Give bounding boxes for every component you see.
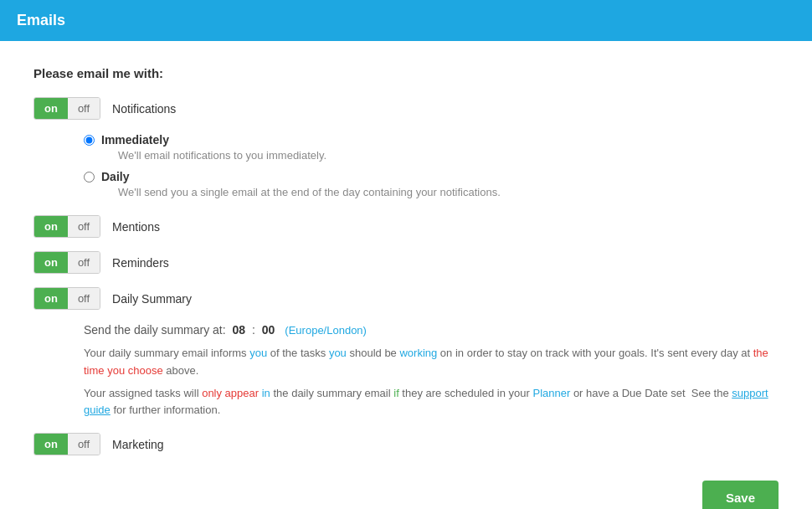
daily-summary-on-button[interactable]: on	[34, 288, 68, 309]
daily-radio-item: Daily We'll send you a single email at t…	[84, 170, 779, 198]
mentions-on-button[interactable]: on	[34, 216, 68, 237]
marketing-toggle[interactable]: on off	[33, 433, 100, 455]
daily-summary-info: Send the daily summary at: 08 : 00 (Euro…	[84, 323, 779, 419]
immediately-desc: We'll email notifications to you immedia…	[118, 149, 326, 162]
marketing-row: on off Marketing	[33, 433, 779, 455]
highlight-working: working	[399, 347, 437, 359]
mentions-off-button[interactable]: off	[68, 216, 100, 237]
page-title: Emails	[17, 12, 65, 28]
mentions-label: Mentions	[112, 220, 160, 234]
daily-summary-info-text: Your daily summary email informs you of …	[84, 345, 779, 419]
mentions-toggle[interactable]: on off	[33, 215, 100, 238]
info-paragraph-2: Your assigned tasks will only appear in …	[84, 385, 779, 420]
daily-summary-off-button[interactable]: off	[68, 288, 100, 309]
send-time-row: Send the daily summary at: 08 : 00 (Euro…	[84, 323, 779, 337]
highlight-in: in	[262, 387, 270, 399]
daily-radio[interactable]	[84, 172, 95, 183]
notifications-on-button[interactable]: on	[34, 98, 68, 119]
daily-label: Daily	[101, 170, 501, 183]
time-separator: :	[249, 323, 259, 337]
highlight-planner: Planner	[532, 387, 570, 399]
reminders-toggle[interactable]: on off	[33, 251, 100, 274]
daily-summary-toggle[interactable]: on off	[33, 287, 100, 310]
notifications-label: Notifications	[112, 102, 176, 116]
reminders-row: on off Reminders	[33, 251, 779, 274]
highlight-only: only appear	[202, 387, 259, 399]
notifications-toggle[interactable]: on off	[33, 97, 100, 120]
daily-summary-label: Daily Summary	[112, 292, 192, 306]
timezone-label: (Europe/London)	[285, 324, 367, 337]
time-minute: 00	[262, 323, 275, 337]
content-area: Please email me with: on off Notificatio…	[0, 41, 812, 509]
immediately-label: Immediately	[101, 133, 326, 147]
support-guide-link[interactable]: support guide	[84, 387, 768, 417]
send-time-label: Send the daily summary at:	[84, 323, 226, 337]
daily-desc: We'll send you a single email at the end…	[118, 186, 501, 198]
info-paragraph-1: Your daily summary email informs you of …	[84, 345, 779, 380]
highlight-you2: you	[329, 347, 347, 359]
reminders-on-button[interactable]: on	[34, 252, 68, 273]
notifications-off-button[interactable]: off	[68, 98, 100, 119]
marketing-on-button[interactable]: on	[34, 434, 68, 455]
immediately-radio-item: Immediately We'll email notifications to…	[84, 133, 779, 162]
reminders-off-button[interactable]: off	[68, 252, 100, 273]
notifications-frequency-group: Immediately We'll email notifications to…	[84, 133, 779, 198]
highlight-if: if	[393, 387, 399, 399]
reminders-label: Reminders	[112, 256, 169, 270]
header: Emails	[0, 0, 812, 41]
notifications-row: on off Notifications	[33, 97, 779, 120]
highlight-you: you	[249, 347, 267, 359]
section-title: Please email me with:	[33, 66, 779, 80]
marketing-label: Marketing	[112, 438, 163, 451]
time-hour: 08	[229, 323, 245, 337]
save-button[interactable]: Save	[702, 481, 779, 509]
daily-summary-row: on off Daily Summary	[33, 287, 779, 310]
marketing-off-button[interactable]: off	[68, 434, 100, 455]
immediately-radio[interactable]	[84, 135, 95, 146]
save-button-row: Save	[33, 481, 779, 509]
mentions-row: on off Mentions	[33, 215, 779, 238]
